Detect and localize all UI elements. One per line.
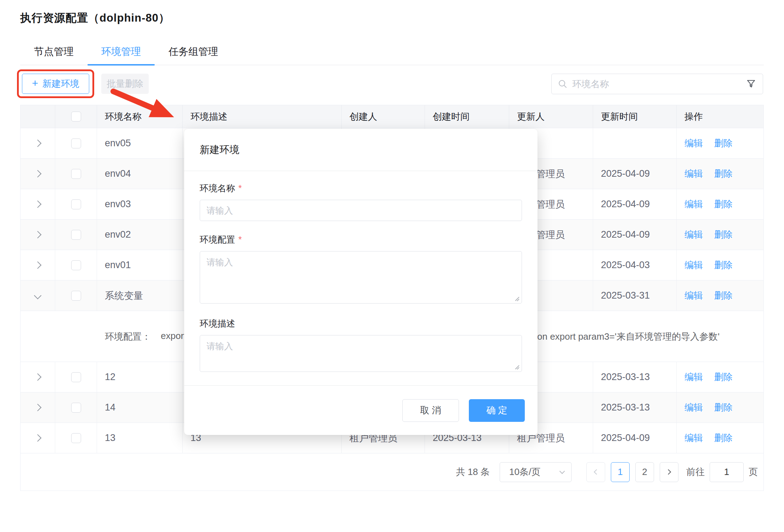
batch-delete-button[interactable]: 批量删除 <box>101 74 149 94</box>
env-config-textarea[interactable] <box>200 251 522 304</box>
expand-cell[interactable] <box>21 392 55 423</box>
row-checkbox[interactable] <box>71 138 81 148</box>
next-page-button[interactable] <box>660 462 678 482</box>
delete-link[interactable]: 删除 <box>714 289 733 302</box>
delete-link[interactable]: 删除 <box>714 371 733 383</box>
expand-cell[interactable] <box>21 220 55 250</box>
env-name-input[interactable] <box>200 200 522 221</box>
confirm-button[interactable]: 确 定 <box>469 399 525 422</box>
edit-link[interactable]: 编辑 <box>684 198 703 210</box>
create-environment-button[interactable]: + 新建环境 <box>22 74 89 94</box>
delete-link[interactable]: 删除 <box>714 198 733 210</box>
page-button-1[interactable]: 1 <box>611 462 630 482</box>
page-unit-label: 页 <box>749 466 758 478</box>
page-size-select[interactable]: 10条/页 <box>500 462 572 482</box>
row-checkbox[interactable] <box>71 372 81 382</box>
chevron-left-icon <box>594 469 600 475</box>
row-checkbox[interactable] <box>71 230 81 240</box>
field-label-env-name: 环境名称 * <box>200 182 522 194</box>
actions-cell: 编辑 删除 <box>677 128 764 158</box>
chevron-right-icon <box>34 261 41 269</box>
header-env-name: 环境名称 <box>97 105 183 128</box>
edit-link[interactable]: 编辑 <box>684 137 703 149</box>
env-name-cell: env02 <box>97 220 183 250</box>
tab-task-group-management[interactable]: 任务组管理 <box>155 38 232 65</box>
expand-cell[interactable] <box>21 362 55 392</box>
edit-link[interactable]: 编辑 <box>684 228 703 241</box>
select-cell <box>55 281 97 311</box>
header-create-time: 创建时间 <box>425 105 509 128</box>
cancel-button[interactable]: 取 消 <box>402 399 459 422</box>
page-button-2[interactable]: 2 <box>635 462 654 482</box>
header-creator: 创建人 <box>342 105 425 128</box>
edit-link[interactable]: 编辑 <box>684 259 703 271</box>
delete-link[interactable]: 删除 <box>714 228 733 241</box>
select-cell <box>55 220 97 250</box>
row-checkbox[interactable] <box>71 260 81 270</box>
environment-search-box[interactable] <box>551 74 763 94</box>
select-cell <box>55 392 97 423</box>
delete-link[interactable]: 删除 <box>714 259 733 271</box>
modal-body: 环境名称 * 环境配置 * 环境描述 <box>184 182 538 372</box>
env-name-cell: env03 <box>97 189 183 219</box>
edit-link[interactable]: 编辑 <box>684 289 703 302</box>
env-desc-textarea[interactable] <box>200 335 522 372</box>
search-input[interactable] <box>572 79 741 90</box>
update-time-cell: 2025-04-09 <box>593 423 677 453</box>
delete-link[interactable]: 删除 <box>714 168 733 180</box>
delete-link[interactable]: 删除 <box>714 432 733 444</box>
required-asterisk: * <box>238 183 242 193</box>
header-select-all <box>55 105 97 128</box>
expand-cell[interactable] <box>21 281 55 311</box>
tab-environment-management[interactable]: 环境管理 <box>87 38 155 65</box>
delete-link[interactable]: 删除 <box>714 137 733 149</box>
expanded-config-right: on export param3='来自环境管理的导入参数' <box>537 330 720 343</box>
prev-page-button[interactable] <box>586 462 605 482</box>
page-size-value: 10条/页 <box>509 466 540 478</box>
actions-cell: 编辑 删除 <box>677 392 764 423</box>
search-icon <box>558 79 567 89</box>
env-name-cell: env05 <box>97 128 183 158</box>
env-name-cell: 12 <box>97 362 183 392</box>
expand-cell[interactable] <box>21 159 55 189</box>
edit-link[interactable]: 编辑 <box>684 168 703 180</box>
edit-link[interactable]: 编辑 <box>684 432 703 444</box>
delete-link[interactable]: 删除 <box>714 401 733 414</box>
chevron-right-icon <box>34 373 41 381</box>
header-updater: 更新人 <box>509 105 593 128</box>
row-checkbox[interactable] <box>71 169 81 179</box>
expand-cell[interactable] <box>21 128 55 158</box>
expand-cell[interactable] <box>21 189 55 219</box>
edit-link[interactable]: 编辑 <box>684 371 703 383</box>
select-cell <box>55 250 97 280</box>
modal-close-button[interactable] <box>511 145 522 155</box>
edit-link[interactable]: 编辑 <box>684 401 703 414</box>
table-header-row: 环境名称 环境描述 创建人 创建时间 更新人 更新时间 操作 <box>21 105 763 128</box>
select-all-checkbox[interactable] <box>71 112 81 121</box>
row-checkbox[interactable] <box>71 199 81 209</box>
actions-cell: 编辑 删除 <box>677 362 764 392</box>
create-environment-modal: 新建环境 环境名称 * 环境配置 * 环境描述 <box>184 129 538 435</box>
select-cell <box>55 128 97 158</box>
expand-cell[interactable] <box>21 250 55 280</box>
env-name-cell: 14 <box>97 392 183 423</box>
row-checkbox[interactable] <box>71 291 81 301</box>
page-close-button[interactable] <box>754 14 766 27</box>
expand-cell[interactable] <box>21 423 55 453</box>
row-checkbox[interactable] <box>71 403 81 413</box>
tab-bar: 节点管理 环境管理 任务组管理 <box>20 38 764 65</box>
pagination-bar: 共 18 条 10条/页 1 2 前往 页 <box>21 453 763 491</box>
tab-node-management[interactable]: 节点管理 <box>20 38 87 65</box>
select-cell <box>55 159 97 189</box>
modal-footer: 取 消 确 定 <box>184 385 538 435</box>
header-env-desc: 环境描述 <box>183 105 342 128</box>
goto-page-input[interactable] <box>710 462 744 482</box>
filter-funnel-icon[interactable] <box>746 79 756 89</box>
update-time-cell: 2025-04-03 <box>593 250 677 280</box>
header-expand-col <box>21 105 55 128</box>
update-time-cell: 2025-03-31 <box>593 281 677 311</box>
actions-cell: 编辑 删除 <box>677 281 764 311</box>
chevron-right-icon <box>34 140 41 147</box>
select-cell <box>55 423 97 453</box>
row-checkbox[interactable] <box>71 433 81 443</box>
